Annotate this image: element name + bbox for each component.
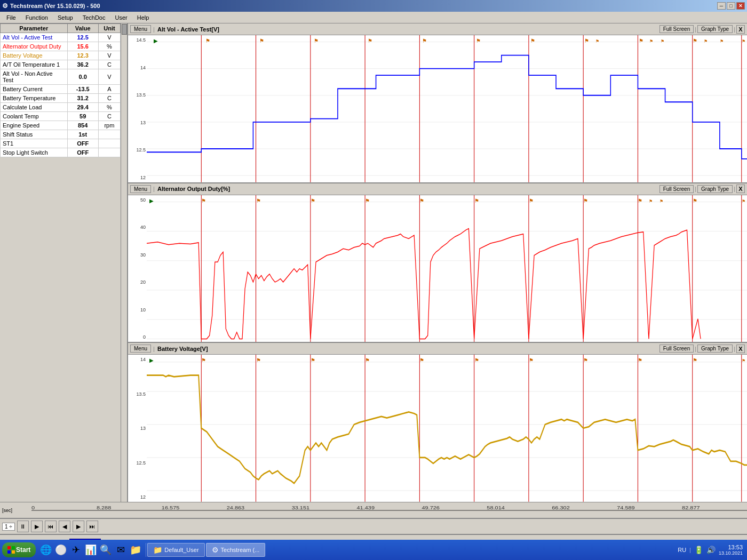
col-header-value: Value [67,24,98,33]
svg-text:⚑: ⚑ [638,357,642,363]
step-fwd-btn[interactable]: ▶ [73,521,84,532]
ie-icon[interactable]: 🌐 [39,543,53,557]
fullscreen-btn-3[interactable]: Full Screen [659,345,694,353]
excel-icon[interactable]: 📊 [84,543,98,557]
taskbar-defaultuser[interactable]: 📁 Default_User [147,543,204,557]
param-value: OFF [67,139,98,148]
svg-text:⚑: ⚑ [742,199,745,204]
table-row: Shift Status1st [1,130,121,139]
param-name: Coolant Temp [1,112,68,121]
y-axis-2: 50 40 30 20 10 0 [128,195,147,342]
close-button[interactable]: ✕ [736,2,745,10]
svg-text:⚑: ⚑ [311,357,315,363]
param-unit: % [98,42,120,51]
marker-flags-3: ▶ ⚑ ⚑ ⚑ ⚑ ⚑ ⚑ ⚑ ⚑ ⚑ ⚑ ⚑ [147,356,747,364]
svg-text:⚑: ⚑ [365,357,370,363]
title-bar: ⚙ Techstream (Ver 15.10.029) - 500 ─ □ ✕ [0,0,747,12]
graph-type-btn-1[interactable]: Graph Type [697,25,733,33]
chart-title-2: Alternator Output Duty[%] [157,186,659,192]
play-btn[interactable]: ▶ [31,521,43,532]
svg-text:⚑: ⚑ [639,38,643,44]
chart-area-2: ▶ ⚑ ⚑ ⚑ ⚑ ⚑ ⚑ ⚑ ⚑ ⚑ ⚑ ⚑ ⚑ [147,195,747,342]
svg-text:⚑: ⚑ [529,198,534,204]
svg-rect-112 [7,550,11,554]
chart-close-btn-2[interactable]: X [736,185,745,193]
table-row: Stop Light SwitchOFF [1,148,121,157]
taskbar-techstream[interactable]: ⚙ Techstream (... [206,543,266,557]
table-row: Engine Speed854rpm [1,121,121,130]
table-row: Alt Vol - Active Test12.5V [1,33,121,42]
param-name: Calculate Load [1,103,68,112]
svg-text:⚑: ⚑ [311,198,315,204]
param-name: Alternator Output Duty [1,42,68,51]
chart-menu-btn-2[interactable]: Menu [130,185,151,193]
param-value: 854 [67,121,98,130]
y-axis-1: 14.5 14 13.5 13 12.5 12 [128,35,147,182]
svg-rect-110 [7,546,11,549]
svg-text:⚑: ⚑ [365,198,370,204]
svg-text:⚑: ⚑ [693,38,697,44]
clock: 13:53 13.10.2021 [719,544,743,556]
chart-svg-2 [147,195,747,342]
chart-close-btn-3[interactable]: X [736,345,745,353]
chart-body-1: 14.5 14 13.5 13 12.5 12 [128,35,747,182]
param-scrollbar[interactable] [121,23,127,502]
search-icon[interactable]: 🔍 [99,543,113,557]
maximize-button[interactable]: □ [727,2,735,10]
menu-bar: File Function Setup TechDoc User Help [0,12,747,23]
chart-body-2: 50 40 30 20 10 0 [128,195,747,342]
skip-back-btn[interactable]: ⏮ [45,521,57,532]
chart-close-btn-1[interactable]: X [736,25,745,34]
mail-icon[interactable]: ✉ [114,543,128,557]
svg-text:⚑: ⚑ [474,357,479,363]
svg-text:⚑: ⚑ [742,39,745,44]
svg-text:49.726: 49.726 [422,505,440,510]
menu-techdoc[interactable]: TechDoc [78,13,110,22]
menu-setup[interactable]: Setup [53,13,77,22]
param-unit: rpm [98,121,120,130]
menu-file[interactable]: File [2,13,20,22]
svg-text:⚑: ⚑ [201,198,206,204]
menu-function[interactable]: Function [21,13,52,22]
volume-icon: 🔊 [706,546,716,554]
svg-text:▶: ▶ [149,198,154,204]
lang-indicator: RU [678,547,686,553]
svg-text:⚑: ⚑ [583,198,588,204]
chart-header-3: Menu | Battery Voltage[V] Full Screen | … [128,343,747,355]
table-row: Battery Current-13.5A [1,85,121,94]
table-row: Alt Vol - Non Active Test0.0V [1,69,121,85]
start-button[interactable]: Start [2,542,36,557]
chart-menu-btn-3[interactable]: Menu [130,345,151,353]
graph-type-btn-2[interactable]: Graph Type [697,185,733,193]
chrome-icon[interactable]: ⚪ [54,543,68,557]
minimize-button[interactable]: ─ [717,2,726,10]
svg-text:⚑: ⚑ [649,39,653,44]
fullscreen-btn-2[interactable]: Full Screen [659,185,694,193]
svg-rect-111 [12,546,15,549]
param-value: 36.2 [67,60,98,69]
pause-btn[interactable]: ⏸ [17,521,29,532]
svg-text:⚑: ⚑ [704,39,708,44]
menu-user[interactable]: User [110,13,131,22]
svg-text:82.877: 82.877 [682,505,700,510]
col-header-parameter: Parameter [1,24,68,33]
chart-menu-btn-1[interactable]: Menu [130,25,151,33]
svg-text:33.151: 33.151 [292,505,310,510]
marker-flags-1: ▶ ⚑ ⚑ ⚑ ⚑ ⚑ ⚑ ⚑ ⚑ ⚑ ⚑ ⚑ ⚑ [151,36,747,45]
taskbar-right: RU | 🔋 🔊 13:53 13.10.2021 [678,544,745,556]
graph-type-btn-3[interactable]: Graph Type [697,345,733,353]
step-back-btn[interactable]: ◀ [59,521,70,532]
skip-fwd-btn[interactable]: ⏭ [86,521,98,532]
folder-icon[interactable]: 📁 [129,543,142,557]
param-value: 12.3 [67,51,98,60]
telegram-icon[interactable]: ✈ [69,543,83,557]
param-value: 0.0 [67,69,98,85]
svg-text:⚑: ⚑ [314,38,319,44]
param-value: 15.6 [67,42,98,51]
table-row: ST1OFF [1,139,121,148]
table-row: Coolant Temp59C [1,112,121,121]
param-name: Battery Current [1,85,68,94]
menu-help[interactable]: Help [133,13,154,22]
svg-text:⚑: ⚑ [422,38,427,44]
fullscreen-btn-1[interactable]: Full Screen [659,25,694,33]
